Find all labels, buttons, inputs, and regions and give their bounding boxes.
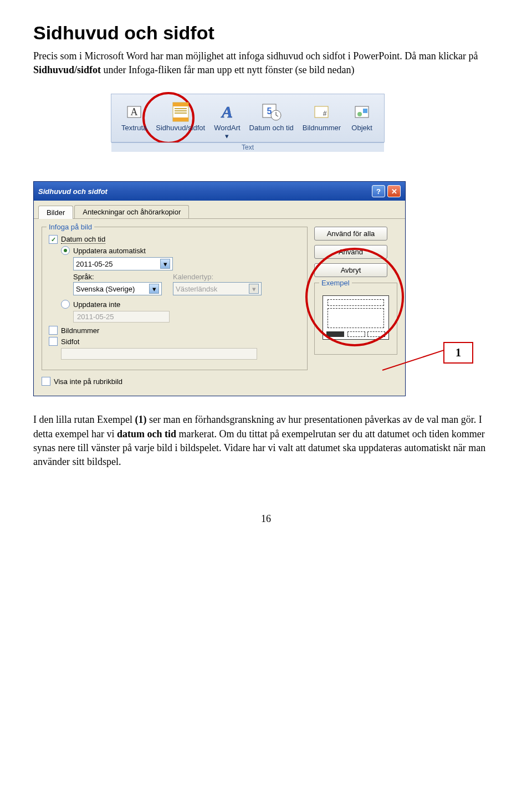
ribbon-btn-objekt[interactable]: Objekt bbox=[345, 98, 378, 142]
header-footer-dialog: Sidhuvud och sidfot ? ✕ Bilder Antecknin… bbox=[33, 181, 406, 396]
svg-text:#: # bbox=[323, 110, 327, 117]
text: I den lilla rutan Exempel bbox=[33, 414, 135, 425]
svg-rect-18 bbox=[363, 109, 367, 113]
ribbon-label: Bildnummer bbox=[303, 124, 341, 142]
slide-thumbnail bbox=[323, 295, 389, 340]
date-time-icon: 5 bbox=[259, 100, 284, 124]
ribbon-btn-sidhuvud[interactable]: Sidhuvud/sidfot bbox=[151, 98, 209, 142]
header-footer-icon bbox=[168, 100, 193, 124]
label-kalendertyp: Kalendertyp: bbox=[173, 273, 262, 281]
label-uppdatera-inte: Uppdatera inte bbox=[73, 300, 120, 309]
ribbon-btn-wordart[interactable]: A WordArt▾ bbox=[209, 98, 244, 142]
ribbon-label: Datum och tid bbox=[249, 124, 294, 142]
slide-number-icon: # bbox=[309, 100, 334, 124]
checkbox-bildnummer[interactable] bbox=[49, 326, 58, 335]
tab-anteckningar[interactable]: Anteckningar och åhörarkopior bbox=[74, 205, 189, 218]
text-bold: (1) bbox=[135, 414, 146, 425]
text-box-icon: A bbox=[122, 100, 146, 124]
chevron-down-icon: ▾ bbox=[149, 284, 159, 294]
label-bildnummer: Bildnummer bbox=[61, 326, 99, 335]
svg-rect-6 bbox=[175, 112, 187, 114]
label-sprak: Språk: bbox=[73, 273, 162, 281]
ribbon-group-label: Text bbox=[111, 142, 384, 152]
close-button[interactable]: ✕ bbox=[387, 185, 401, 197]
svg-rect-5 bbox=[175, 110, 187, 111]
btn-anvand[interactable]: Använd bbox=[314, 245, 387, 259]
ribbon-btn-datumtid[interactable]: 5 Datum och tid bbox=[245, 98, 298, 142]
btn-anvand-alla[interactable]: Använd för alla bbox=[314, 227, 387, 241]
checkbox-datum-tid[interactable] bbox=[49, 235, 58, 244]
group-infoga: Infoga på bild Datum och tid Uppdatera a… bbox=[42, 227, 308, 370]
btn-avbryt[interactable]: Avbryt bbox=[314, 263, 387, 277]
label-uppdatera-auto: Uppdatera automatiskt bbox=[73, 247, 146, 255]
ribbon-text-group: A Textruta Sidhuvud/sidfot A WordArt▾ 5 … bbox=[111, 94, 385, 142]
chevron-down-icon: ▾ bbox=[249, 284, 259, 294]
checkbox-visa-inte[interactable] bbox=[42, 377, 50, 386]
svg-point-17 bbox=[357, 112, 362, 116]
dropdown-value: Västerländsk bbox=[176, 285, 217, 293]
input-sidfot bbox=[61, 348, 257, 360]
help-button[interactable]: ? bbox=[372, 185, 385, 197]
text-bold: datum och tid bbox=[117, 428, 176, 439]
object-icon bbox=[350, 100, 374, 124]
svg-text:A: A bbox=[131, 106, 138, 117]
text: under Infoga-fliken får man upp ett nytt… bbox=[101, 64, 354, 75]
dialog-titlebar: Sidhuvud och sidfot ? ✕ bbox=[34, 182, 405, 201]
preview-exempel: Exempel bbox=[314, 283, 397, 355]
dialog-title: Sidhuvud och sidfot bbox=[38, 187, 108, 196]
ribbon-label: Objekt bbox=[351, 124, 372, 142]
checkbox-sidfot[interactable] bbox=[49, 337, 58, 346]
intro-paragraph: Precis som i Microsoft Word har man möjl… bbox=[33, 49, 499, 77]
callout-number-1: 1 bbox=[443, 342, 473, 364]
svg-rect-7 bbox=[173, 117, 188, 121]
ribbon-label: Sidhuvud/sidfot bbox=[156, 124, 205, 142]
dropdown-kalendertyp: Västerländsk ▾ bbox=[173, 282, 262, 295]
dropdown-value: 2011-05-25 bbox=[76, 260, 113, 268]
svg-rect-3 bbox=[173, 103, 188, 106]
svg-rect-4 bbox=[175, 108, 187, 109]
body-paragraph: I den lilla rutan Exempel (1) ser man en… bbox=[33, 413, 499, 469]
label-datum-tid: Datum och tid bbox=[61, 235, 105, 244]
chevron-down-icon: ▾ bbox=[160, 259, 170, 269]
input-fixed-date: 2011-05-25 bbox=[73, 311, 170, 323]
label-sidfot: Sidfot bbox=[61, 337, 79, 346]
tab-bilder[interactable]: Bilder bbox=[38, 206, 73, 219]
text-bold: Sidhuvud/sidfot bbox=[33, 64, 101, 75]
ribbon-label: WordArt▾ bbox=[214, 124, 240, 142]
svg-text:A: A bbox=[221, 103, 233, 121]
dropdown-value: Svenska (Sverige) bbox=[76, 285, 135, 293]
radio-uppdatera-inte[interactable] bbox=[61, 300, 70, 309]
radio-uppdatera-auto[interactable] bbox=[61, 246, 70, 255]
group-label: Infoga på bild bbox=[47, 223, 94, 231]
page-heading: Sidhuvud och sidfot bbox=[33, 22, 499, 44]
dropdown-date[interactable]: 2011-05-25 ▾ bbox=[73, 257, 173, 270]
dropdown-sprak[interactable]: Svenska (Sverige) ▾ bbox=[73, 282, 162, 295]
ribbon-btn-bildnummer[interactable]: # Bildnummer bbox=[298, 98, 345, 142]
label-visa-inte: Visa inte på rubrikbild bbox=[54, 377, 122, 386]
wordart-icon: A bbox=[215, 100, 239, 124]
page-number: 16 bbox=[33, 513, 499, 525]
ribbon-btn-textruta[interactable]: A Textruta bbox=[117, 98, 151, 142]
group-label: Exempel bbox=[319, 279, 352, 287]
ribbon-label: Textruta bbox=[121, 124, 147, 142]
text: Precis som i Microsoft Word har man möjl… bbox=[33, 50, 478, 62]
